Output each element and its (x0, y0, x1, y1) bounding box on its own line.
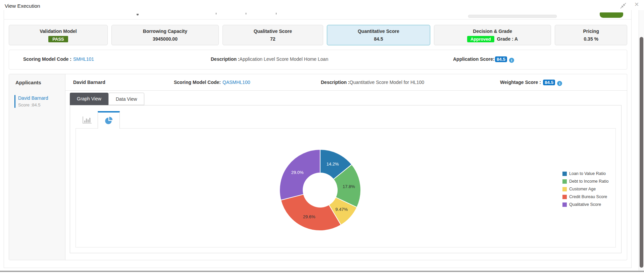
donut-slice-label: 14.2% (327, 162, 339, 167)
card-label: Quantitative Score (327, 29, 430, 34)
bar-chart-icon (82, 116, 92, 124)
legend-label: Customer Age (569, 187, 596, 191)
card-decision-grade[interactable]: Decision & Grade ApprovedGrade : A (434, 25, 551, 45)
clipped-text-fragment (276, 13, 277, 14)
clipped-text-fragment (216, 13, 216, 14)
weightage-score-badge: 84.5 (543, 80, 555, 85)
legend-swatch (562, 202, 567, 207)
donut-slice-label: 9.47% (335, 207, 348, 212)
card-label: Borrowing Capacity (112, 29, 218, 34)
application-score-summary: Scoring Model Code :SMHL101 Description … (9, 50, 627, 70)
card-qualitative-score[interactable]: Qualitative Score 72 (222, 25, 323, 45)
legend-label: Loan to Value Ratio (569, 171, 606, 176)
clipped-input-bar (468, 15, 557, 18)
graph-view-panel: 14.2%17.8%9.47%29.6%29.0% Loan to Value … (70, 105, 622, 253)
donut-chart: 14.2%17.8%9.47%29.6%29.0% (273, 143, 367, 237)
window-title: View Execution (5, 3, 40, 9)
legend-label: Qualitative Score (569, 202, 601, 207)
legend-item[interactable]: Debt to Income Ratio (562, 179, 608, 184)
legend-item[interactable]: Loan to Value Ratio (562, 171, 608, 176)
tab-bar-chart[interactable] (78, 111, 96, 129)
donut-slice-label: 29.0% (291, 170, 304, 175)
clipped-top-row (4, 10, 631, 19)
legend-swatch (562, 187, 567, 191)
vertical-scrollbar-thumb[interactable] (640, 37, 643, 268)
scoring-model-code-link[interactable]: SMHL101 (73, 56, 94, 62)
card-label: Pricing (555, 29, 627, 34)
application-score-label: Application Score: (453, 56, 495, 62)
tab-graph-view[interactable]: Graph View (70, 93, 108, 105)
info-icon[interactable] (509, 58, 514, 63)
legend-swatch (562, 179, 567, 184)
card-borrowing-capacity[interactable]: Borrowing Capacity 3945000.00 (111, 25, 219, 45)
weightage-score-label: Weightage Score : (500, 80, 541, 85)
donut-slice-4[interactable] (281, 194, 341, 231)
donut-slice-label: 17.8% (343, 184, 355, 189)
clipped-green-button[interactable] (600, 12, 623, 18)
legend-swatch (562, 195, 567, 199)
donut-slice-label: 29.6% (303, 214, 315, 219)
applicants-section: Applicants David Barnard Score :84.5 Dav… (9, 74, 627, 260)
approved-status-badge: Approved (467, 36, 494, 42)
applicant-name: David Barnard (18, 95, 48, 101)
view-tabs: Graph View Data View (70, 93, 144, 105)
card-quantitative-score[interactable]: Quantitative Score 84.5 (327, 25, 430, 45)
applicant-detail-header: David Barnard Scoring Model Code:QASMHL1… (65, 74, 627, 91)
pie-chart-icon (104, 116, 113, 125)
card-pricing[interactable]: Pricing 0.35 % (555, 25, 627, 45)
selected-indicator-bar (14, 95, 15, 108)
application-score-badge: 84.5 (495, 56, 507, 62)
description-value: Application Level Score Model Home Loan (240, 56, 329, 62)
applicants-sidebar: Applicants David Barnard Score :84.5 (9, 74, 65, 260)
summary-cards-row: Validation Model PASS Borrowing Capacity… (9, 25, 627, 45)
close-icon[interactable] (633, 1, 640, 8)
detail-scoring-model-code-link[interactable]: QASMHL100 (222, 80, 250, 85)
chart-legend: Loan to Value RatioDebt to Income RatioC… (562, 171, 608, 210)
card-label: Validation Model (9, 29, 107, 34)
applicant-detail-name: David Barnard (73, 80, 105, 85)
vertical-scrollbar-track[interactable] (639, 10, 644, 271)
grade-value: Grade : A (497, 36, 518, 42)
legend-label: Debt to Income Ratio (569, 179, 608, 184)
applicant-detail-area: David Barnard Scoring Model Code:QASMHL1… (65, 74, 627, 260)
description-label: Description : (211, 56, 240, 62)
chart-panel: 14.2%17.8%9.47%29.6%29.0% Loan to Value … (76, 128, 616, 247)
detail-description-value: Quantitative Score Model for HL100 (350, 80, 425, 85)
applicants-heading: Applicants (15, 80, 41, 85)
legend-item[interactable]: Customer Age (562, 187, 608, 191)
legend-item[interactable]: Qualitative Score (562, 202, 608, 207)
card-label: Decision & Grade (434, 29, 551, 34)
detail-description-label: Description : (321, 80, 350, 85)
view-execution-dialog: Validation Model PASS Borrowing Capacity… (4, 10, 632, 268)
detail-description-group: Description :Quantitative Score Model fo… (321, 80, 424, 85)
card-value: 72 (270, 36, 276, 42)
scoring-model-code-label: Scoring Model Code : (23, 56, 71, 62)
card-value: 0.35 % (584, 36, 598, 42)
description-group: Description :Application Level Score Mod… (211, 56, 328, 62)
legend-label: Credit Bureau Score (569, 194, 607, 199)
card-value: 3945000.00 (153, 36, 178, 42)
info-icon[interactable] (557, 81, 562, 86)
application-score-group: Application Score:84.5 (453, 56, 514, 63)
clipped-text-fragment (137, 14, 139, 15)
weightage-score-group: Weightage Score :84.5 (500, 80, 562, 86)
tab-data-view[interactable]: Data View (108, 93, 145, 105)
window-bottom-edge (0, 271, 644, 272)
clipped-text-fragment (246, 13, 246, 14)
legend-swatch (562, 172, 567, 176)
collapse-icon[interactable] (620, 2, 627, 9)
card-label: Qualitative Score (223, 29, 323, 34)
sidebar-item-applicant[interactable]: David Barnard Score :84.5 (9, 94, 65, 109)
scoring-model-code-group: Scoring Model Code :SMHL101 (23, 56, 94, 62)
applicant-score: Score :84.5 (18, 102, 41, 107)
detail-scoring-model-code-group: Scoring Model Code:QASMHL100 (174, 80, 250, 85)
legend-item[interactable]: Credit Bureau Score (562, 194, 608, 199)
tab-pie-chart[interactable] (98, 111, 120, 129)
detail-scoring-model-code-label: Scoring Model Code: (174, 80, 221, 85)
card-validation-model[interactable]: Validation Model PASS (9, 25, 108, 45)
card-value: 84.5 (374, 36, 383, 42)
pass-status-badge: PASS (48, 36, 68, 42)
